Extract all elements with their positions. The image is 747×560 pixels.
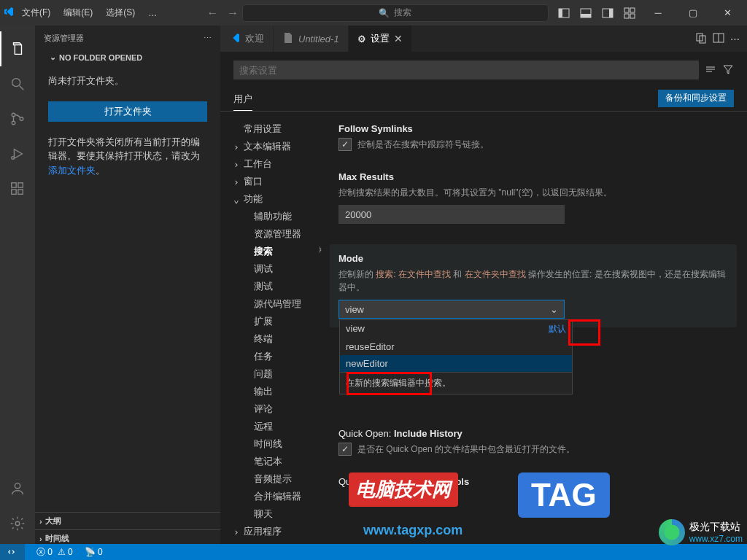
toc-audiocues[interactable]: 音频提示	[233, 470, 320, 488]
svg-point-12	[12, 113, 15, 117]
toc-testing[interactable]: 测试	[233, 278, 320, 295]
layout-customize-icon[interactable]	[620, 4, 639, 23]
svg-rect-16	[12, 183, 16, 187]
tab-untitled[interactable]: Untitled-1	[274, 26, 349, 52]
svg-point-20	[15, 483, 20, 489]
toc-output[interactable]: 输出	[233, 383, 320, 400]
toc-terminal[interactable]: 终端	[233, 330, 320, 348]
toc-mergeeditor[interactable]: 合并编辑器	[233, 488, 320, 505]
toc-tasks[interactable]: 任务	[233, 348, 320, 365]
toc-search[interactable]: 搜索	[233, 243, 320, 260]
watermark-url: www.tagxp.com	[363, 523, 462, 538]
activity-bar	[0, 26, 35, 547]
settings-search-input[interactable]	[233, 61, 699, 79]
toc-debug[interactable]: 调试	[233, 260, 320, 278]
toc-window[interactable]: ›窗口	[233, 173, 320, 190]
toc-workbench[interactable]: ›工作台	[233, 155, 320, 173]
titlebar: 文件(F) 编辑(E) 选择(S) … ← → 🔍 搜索 ─ ▢ ✕	[0, 0, 747, 26]
activity-account[interactable]	[0, 471, 35, 506]
editor-more-icon[interactable]: ⋯	[730, 34, 740, 44]
status-problems[interactable]: ⓧ 0 ⚠ 0	[36, 546, 73, 559]
nav-back[interactable]: ←	[206, 7, 218, 20]
setting-follow-symlinks: Follow Symlinks ✓ 控制是否在搜索中跟踪符号链接。	[338, 123, 728, 151]
toc-explorer[interactable]: 资源管理器	[233, 225, 320, 243]
sidebar-title: 资源管理器	[44, 33, 84, 44]
tab-welcome[interactable]: 欢迎	[220, 26, 274, 52]
chevron-down-icon[interactable]: ⌄	[545, 300, 562, 318]
layout-left-icon[interactable]	[554, 4, 573, 23]
menu-file[interactable]: 文件(F)	[16, 4, 56, 22]
toc-remote[interactable]: 远程	[233, 418, 320, 435]
search-placeholder: 搜索	[394, 7, 411, 19]
svg-rect-1	[559, 9, 562, 18]
open-folder-button[interactable]: 打开文件夹	[48, 101, 207, 122]
mode-option-reuseeditor[interactable]: reuseEditor	[340, 338, 572, 355]
toc-application[interactable]: ›应用程序	[233, 523, 320, 540]
toc-timeline[interactable]: 时间线	[233, 435, 320, 453]
setting-mode: ⚙ Mode 控制新的 搜索: 在文件中查找 和 在文件夹中查找 操作发生的位置…	[330, 244, 737, 327]
activity-search[interactable]	[0, 66, 35, 101]
backup-sync-button[interactable]: 备份和同步设置	[658, 90, 734, 107]
nav-forward[interactable]: →	[227, 7, 239, 20]
toc-features[interactable]: ⌄功能	[233, 190, 320, 208]
window-close[interactable]: ✕	[712, 0, 744, 26]
activity-extensions[interactable]	[0, 171, 35, 206]
svg-rect-17	[12, 190, 16, 194]
command-center-search[interactable]: 🔍 搜索	[242, 4, 549, 22]
mode-select[interactable]: view ⌄ view默认 reuseEditor newEditor 在新的搜…	[338, 300, 565, 319]
remote-indicator[interactable]	[0, 544, 25, 560]
svg-point-14	[20, 117, 23, 121]
mode-option-view[interactable]: view默认	[340, 320, 572, 338]
tab-settings[interactable]: ⚙ 设置 ✕	[349, 26, 412, 52]
split-editor-icon[interactable]	[713, 32, 724, 46]
window-maximize[interactable]: ▢	[677, 0, 709, 26]
toc-accessibility[interactable]: 辅助功能	[233, 208, 320, 225]
quickopen-history-checkbox[interactable]: ✓	[338, 443, 352, 456]
activity-debug[interactable]	[0, 136, 35, 171]
toc-notebook[interactable]: 笔记本	[233, 453, 320, 470]
chevron-right-icon: ›	[39, 534, 42, 543]
watermark-site: 极光下载站 www.xz7.com	[659, 519, 743, 545]
svg-rect-5	[609, 9, 613, 18]
toc-text-editor[interactable]: ›文本编辑器	[233, 138, 320, 155]
close-tab-icon[interactable]: ✕	[394, 33, 403, 44]
sidebar-more-icon[interactable]: ⋯	[204, 34, 212, 43]
open-changes-icon[interactable]	[695, 32, 707, 46]
filter-icon[interactable]	[722, 63, 734, 77]
toc-problems[interactable]: 问题	[233, 365, 320, 383]
site-logo-icon	[659, 519, 685, 545]
vscode-icon	[3, 6, 15, 20]
folder-hint: 打开文件夹将关闭所有当前打开的编辑器。要使其保持打开状态，请改为添加文件夹。	[48, 135, 207, 178]
layout-bottom-icon[interactable]	[576, 4, 595, 23]
follow-symlinks-checkbox[interactable]: ✓	[338, 138, 352, 151]
watermark-tag: TAG	[518, 472, 610, 518]
mode-option-neweditor[interactable]: newEditor	[340, 355, 572, 372]
toc-extensions[interactable]: 扩展	[233, 313, 320, 330]
toc-comments[interactable]: 评论	[233, 400, 320, 418]
layout-right-icon[interactable]	[598, 4, 617, 23]
add-folder-link[interactable]: 添加文件夹	[48, 165, 96, 176]
menu-edit[interactable]: 编辑(E)	[58, 4, 98, 22]
search-icon: 🔍	[379, 8, 390, 18]
window-minimize[interactable]: ─	[642, 0, 674, 26]
settings-toc: 常用设置 ›文本编辑器 ›工作台 ›窗口 ⌄功能 辅助功能 资源管理器 搜索 调…	[220, 112, 320, 547]
toc-chat[interactable]: 聊天	[233, 505, 320, 523]
settings-tab-user[interactable]: 用户	[233, 88, 252, 111]
menu-more[interactable]: …	[142, 5, 163, 21]
activity-explorer[interactable]	[0, 31, 35, 66]
svg-rect-6	[624, 8, 629, 12]
activity-settings[interactable]	[0, 506, 35, 541]
max-results-input[interactable]	[338, 205, 565, 224]
clear-search-icon[interactable]	[705, 63, 716, 77]
toc-scm[interactable]: 源代码管理	[233, 295, 320, 313]
no-folder-section[interactable]: ⌄NO FOLDER OPENED	[35, 51, 220, 66]
gear-icon[interactable]: ⚙	[320, 244, 322, 255]
status-ports[interactable]: 📡 0	[85, 547, 103, 557]
mode-dropdown: view默认 reuseEditor newEditor 在新的搜索编辑器中搜索…	[339, 319, 573, 394]
outline-section[interactable]: ›大纲	[35, 512, 220, 529]
svg-rect-18	[18, 190, 23, 194]
toc-common[interactable]: 常用设置	[233, 120, 320, 138]
vscode-icon	[229, 32, 241, 46]
menu-select[interactable]: 选择(S)	[100, 4, 141, 22]
activity-scm[interactable]	[0, 101, 35, 136]
